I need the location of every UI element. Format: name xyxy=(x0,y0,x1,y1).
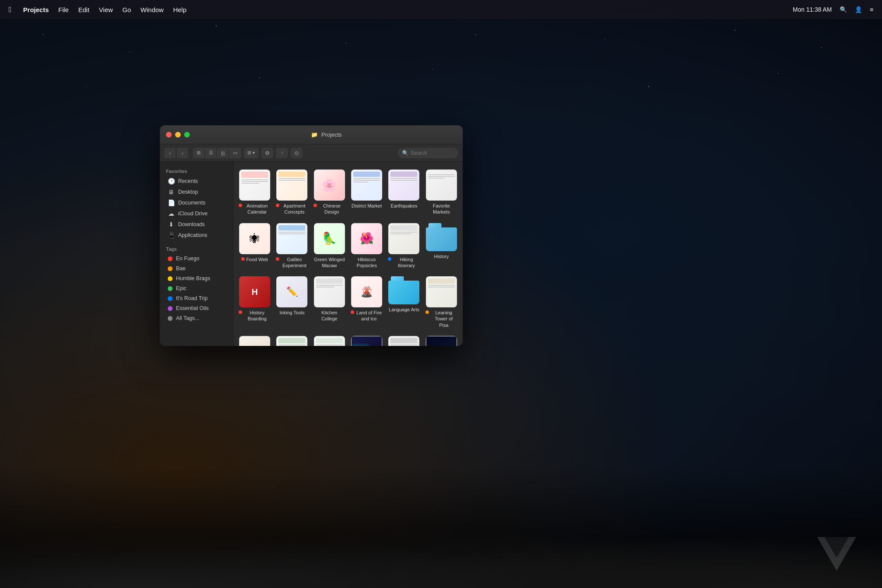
file-thumbnail xyxy=(276,169,307,201)
file-item-hiking[interactable]: Hiking Itinerary xyxy=(386,220,422,272)
sidebar-tag-essential-oils[interactable]: Essential Oils xyxy=(162,304,231,313)
file-item-chinese-design[interactable]: 🌸 Chinese Design xyxy=(312,166,347,218)
tag-label: Essential Oils xyxy=(176,305,209,311)
file-item-history-boarding[interactable]: H History Boarding xyxy=(237,273,272,331)
file-item-new-york[interactable]: New York xyxy=(386,332,422,346)
view-options-button[interactable]: ⊞ ▾ xyxy=(244,148,259,158)
file-item-district-market[interactable]: District Market xyxy=(349,166,384,218)
list-view-button[interactable]: ☰ xyxy=(205,148,217,158)
view-mode-buttons: ⊞ ☰ ||| ▭ xyxy=(193,148,241,158)
file-item-favorite-markets[interactable]: Favorite Markets xyxy=(424,166,459,218)
file-item-night-sky[interactable]: 🌙 Night Sky xyxy=(424,332,459,346)
grid-icon: ⊞ xyxy=(247,150,251,156)
menubar-control-center-icon[interactable]: ≡ xyxy=(870,6,873,13)
file-item-leaning-tower[interactable]: Leaning Tower of Pisa xyxy=(424,273,459,331)
menubar-user-icon[interactable]: 👤 xyxy=(855,6,862,13)
menubar-left:  Projects File Edit View Go Window Help xyxy=(9,5,186,14)
file-tag-dot xyxy=(241,257,245,261)
menubar-help[interactable]: Help xyxy=(173,6,186,13)
file-item-animation-calendar[interactable]: Animation Calendar xyxy=(237,166,272,218)
sidebar-item-downloads[interactable]: ⬇ Downloads xyxy=(162,219,231,230)
menubar-edit[interactable]: Edit xyxy=(78,6,89,13)
menubar-file[interactable]: File xyxy=(58,6,69,13)
svg-point-8 xyxy=(86,86,86,86)
finder-body: Favorites 🕐 Recents 🖥 Desktop 📄 Document… xyxy=(160,162,463,346)
finder-toolbar: ‹ › ⊞ ☰ ||| ▭ ⊞ ▾ ⚙ ↑ ⊙ 🔍 xyxy=(160,144,463,162)
icloud-icon: ☁ xyxy=(168,210,175,217)
file-item-inking[interactable]: ✏️ Inking Tools xyxy=(274,273,310,331)
file-name: Favorite Markets xyxy=(425,203,457,215)
svg-point-1 xyxy=(129,51,130,52)
file-name: Green Winged Macaw xyxy=(313,256,345,269)
finder-window: 📁 Projects ‹ › ⊞ ☰ ||| ▭ ⊞ ▾ ⚙ ↑ ⊙ 🔍 xyxy=(160,125,463,346)
tag-dot-blue xyxy=(168,296,173,301)
file-name: Food Web xyxy=(241,256,268,262)
file-item-earthquakes[interactable]: Earthquakes xyxy=(386,166,422,218)
apple-menu[interactable]:  xyxy=(9,5,12,14)
share-button[interactable]: ↑ xyxy=(276,148,288,158)
action-button[interactable]: ⚙ xyxy=(261,148,273,158)
file-item-galileo[interactable]: Galileo Experiment xyxy=(274,220,310,272)
file-item-mammals-africa[interactable]: 🦁 Mammals in Africa xyxy=(237,332,272,346)
sidebar-item-recents[interactable]: 🕐 Recents xyxy=(162,176,231,186)
column-view-button[interactable]: ||| xyxy=(217,148,229,158)
sidebar-tag-bae[interactable]: Bae xyxy=(162,264,231,273)
file-name: Hibiscus Popsicles xyxy=(351,256,383,269)
menubar-search-icon[interactable]: 🔍 xyxy=(840,6,847,13)
icon-view-button[interactable]: ⊞ xyxy=(193,148,205,158)
file-name: Inking Tools xyxy=(280,310,305,316)
file-thumbnail xyxy=(276,223,307,254)
sidebar-item-documents[interactable]: 📄 Documents xyxy=(162,198,231,208)
file-tag-dot xyxy=(276,204,279,207)
fullscreen-button[interactable] xyxy=(184,132,190,137)
file-item-food-web[interactable]: 🕷 Food Web xyxy=(237,220,272,272)
file-item-natural-history[interactable]: Natural History xyxy=(312,332,347,346)
file-item-kitchen[interactable]: Kitchen College xyxy=(312,273,347,331)
file-thumbnail xyxy=(388,223,419,254)
file-thumbnail xyxy=(351,169,382,201)
sidebar-tag-humble[interactable]: Humble Brags xyxy=(162,274,231,283)
tag-button[interactable]: ⊙ xyxy=(291,148,303,158)
gallery-view-button[interactable]: ▭ xyxy=(229,148,241,158)
file-item-green-macaw[interactable]: 🦜 Green Winged Macaw xyxy=(312,220,347,272)
tag-label: It's Road Trip xyxy=(176,295,208,301)
menubar-go[interactable]: Go xyxy=(122,6,131,13)
close-button[interactable] xyxy=(166,132,172,137)
forward-button[interactable]: › xyxy=(177,148,188,158)
sidebar-tag-enfuego[interactable]: En Fuego xyxy=(162,254,231,263)
menubar-time: Mon 11:38 AM xyxy=(793,6,832,13)
svg-point-0 xyxy=(43,34,44,35)
file-name: Leaning Tower of Pisa xyxy=(425,310,457,328)
menubar-window[interactable]: Window xyxy=(141,6,163,13)
sidebar-tag-all[interactable]: All Tags... xyxy=(162,313,231,323)
sidebar-item-icloud[interactable]: ☁ iCloud Drive xyxy=(162,208,231,219)
file-item-land-fire-ice[interactable]: 🌋 Land of Fire and Ice xyxy=(349,273,384,331)
search-box[interactable]: 🔍 xyxy=(398,148,458,158)
sidebar-tag-road-trip[interactable]: It's Road Trip xyxy=(162,294,231,303)
file-grid[interactable]: Animation Calendar Apartment Concepts xyxy=(233,162,463,346)
file-name: Land of Fire and Ice xyxy=(351,310,383,322)
file-item-hibiscus[interactable]: 🌺 Hibiscus Popsicles xyxy=(349,220,384,272)
file-item-history-folder[interactable]: History xyxy=(424,220,459,272)
minimize-button[interactable] xyxy=(175,132,181,137)
svg-point-9 xyxy=(259,77,260,78)
file-item-apartment-concepts[interactable]: Apartment Concepts xyxy=(274,166,310,218)
file-item-language-arts[interactable]: Language Arts xyxy=(386,273,422,331)
file-name: Language Arts xyxy=(389,307,419,313)
back-button[interactable]: ‹ xyxy=(164,148,176,158)
file-item-neon-skies[interactable]: NEON SKIES Neon Skies xyxy=(349,332,384,346)
sidebar-tag-epic[interactable]: Epic xyxy=(162,284,231,293)
svg-point-10 xyxy=(432,69,433,70)
tag-label: En Fuego xyxy=(176,256,199,262)
file-thumbnail: 🕷 xyxy=(239,223,270,254)
audience-area xyxy=(0,467,882,588)
sidebar-item-applications[interactable]: 📱 Applications xyxy=(162,230,231,240)
svg-point-7 xyxy=(821,47,822,48)
sidebar-item-desktop[interactable]: 🖥 Desktop xyxy=(162,187,231,197)
tag-dot-green xyxy=(168,286,173,291)
file-tag-dot xyxy=(313,204,317,207)
file-item-most-popular-skate[interactable]: Most popular Skate Parks xyxy=(274,332,310,346)
menubar-finder[interactable]: Projects xyxy=(23,6,49,13)
menubar-view[interactable]: View xyxy=(99,6,113,13)
search-input[interactable] xyxy=(411,150,454,156)
